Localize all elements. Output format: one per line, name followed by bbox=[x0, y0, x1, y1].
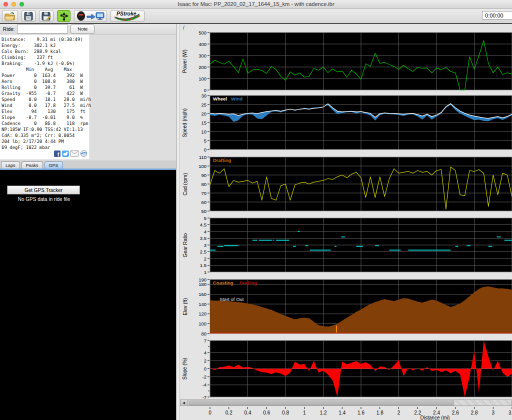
svg-text:300: 300 bbox=[198, 53, 206, 58]
svg-text:Drafting: Drafting bbox=[213, 158, 232, 163]
ride-name-input[interactable] bbox=[17, 24, 68, 34]
share-icons: f bbox=[54, 150, 88, 157]
svg-text:1: 1 bbox=[303, 410, 306, 416]
tab-bar: Laps Peaks GPS bbox=[0, 160, 177, 170]
svg-text:Coasting: Coasting bbox=[213, 280, 234, 286]
svg-text:4: 4 bbox=[204, 350, 206, 356]
svg-text:Wheel: Wheel bbox=[213, 96, 227, 102]
tab-gps[interactable]: GPS bbox=[44, 162, 63, 168]
window-controls bbox=[4, 2, 24, 6]
svg-text:-7: -7 bbox=[202, 394, 206, 400]
google-earth-icon[interactable] bbox=[80, 150, 88, 157]
svg-text:5: 5 bbox=[204, 216, 206, 221]
elevation-chart[interactable]: 80100120140160180190Start of OutCoasting… bbox=[187, 277, 512, 336]
pstroke-button[interactable]: PStroke bbox=[110, 10, 144, 22]
minimize-window-button[interactable] bbox=[12, 2, 16, 6]
svg-text:2: 2 bbox=[204, 256, 206, 262]
svg-text:120: 120 bbox=[198, 311, 206, 316]
svg-text:4.5: 4.5 bbox=[200, 222, 206, 228]
tab-peaks[interactable]: Peaks bbox=[22, 162, 43, 168]
slope-panel: Slope (%) -7-4-20247 bbox=[180, 338, 512, 400]
svg-text:0: 0 bbox=[204, 366, 206, 372]
svg-text:25: 25 bbox=[201, 102, 206, 108]
slope-chart[interactable]: -7-4-20247 bbox=[187, 338, 512, 400]
speed-chart[interactable]: 051015202530WheelWind bbox=[187, 93, 512, 152]
save-icon bbox=[24, 12, 34, 21]
svg-text:Distance (mi): Distance (mi) bbox=[420, 415, 450, 420]
svg-text:1.2: 1.2 bbox=[320, 410, 327, 416]
svg-text:3: 3 bbox=[492, 410, 494, 416]
svg-text:-4: -4 bbox=[202, 382, 206, 388]
save-button[interactable] bbox=[22, 10, 36, 22]
svg-text:f: f bbox=[58, 151, 60, 157]
sensor-to-computer-icon bbox=[76, 11, 105, 21]
usb-download-button[interactable] bbox=[57, 10, 70, 22]
svg-text:2.8: 2.8 bbox=[471, 410, 478, 416]
zoom-window-button[interactable] bbox=[20, 2, 24, 6]
ride-stats: Distance: 9.31 mi (0:30:49) Energy: 302.… bbox=[2, 36, 90, 150]
svg-text:2.5: 2.5 bbox=[200, 249, 206, 254]
svg-text:0.6: 0.6 bbox=[263, 410, 270, 416]
svg-text:0.2: 0.2 bbox=[226, 410, 232, 416]
svg-text:0.8: 0.8 bbox=[282, 410, 289, 416]
gps-panel: Get GPS Tracker No GPS data in ride file bbox=[0, 170, 176, 420]
svg-text:10: 10 bbox=[201, 129, 206, 134]
svg-text:100: 100 bbox=[198, 76, 206, 82]
email-icon[interactable] bbox=[70, 150, 78, 156]
svg-text:100: 100 bbox=[198, 321, 206, 326]
gear-ratio-panel: Gear Ratio 11.522.533.544.55 bbox=[180, 216, 512, 274]
speed-panel: Speed (mph) 051015202530WheelWind bbox=[180, 93, 512, 152]
svg-text:2: 2 bbox=[204, 358, 206, 364]
svg-text:Start of Out: Start of Out bbox=[220, 296, 244, 302]
svg-text:80: 80 bbox=[201, 331, 206, 336]
scroll-left-arrow-icon[interactable]: ◀ bbox=[180, 400, 188, 406]
note-button[interactable]: Note bbox=[70, 24, 94, 34]
svg-text:190: 190 bbox=[198, 277, 206, 282]
gear-ratio-chart[interactable]: 11.522.533.544.55 bbox=[187, 216, 512, 274]
svg-text:80: 80 bbox=[201, 182, 206, 187]
device-to-computer-button[interactable] bbox=[74, 10, 107, 22]
svg-text:15: 15 bbox=[201, 120, 206, 126]
svg-text:7: 7 bbox=[204, 338, 206, 344]
cadence-panel: Cad (rpm) 5060708090100110Drafting bbox=[180, 154, 512, 214]
svg-text:110: 110 bbox=[199, 154, 206, 160]
tab-laps[interactable]: Laps bbox=[1, 162, 20, 168]
svg-text:70: 70 bbox=[201, 190, 206, 196]
open-folder-icon bbox=[4, 12, 16, 21]
left-panel: Ride: Note Distance: 9.31 mi (0:30:49) E… bbox=[0, 24, 176, 420]
panel-divider[interactable] bbox=[176, 24, 180, 420]
ride-row: Ride: Note bbox=[0, 24, 176, 34]
close-window-button[interactable] bbox=[4, 2, 8, 6]
svg-text:0: 0 bbox=[204, 147, 206, 152]
chart-area: / Power (W) 0100200300400500 Speed (mph)… bbox=[180, 24, 512, 420]
power-chart[interactable]: 0100200300400500 bbox=[187, 30, 512, 92]
svg-text:60: 60 bbox=[201, 200, 206, 205]
save-as-button[interactable] bbox=[39, 10, 54, 22]
svg-text:100: 100 bbox=[198, 164, 206, 169]
ride-label: Ride: bbox=[3, 26, 14, 32]
get-gps-tracker-button[interactable]: Get GPS Tracker bbox=[7, 186, 80, 194]
scrollbar-track[interactable] bbox=[188, 400, 512, 406]
ride-timer-field[interactable]: 0:00:00 bbox=[482, 11, 512, 20]
scrollbar-thumb[interactable] bbox=[188, 400, 454, 406]
power-panel: Power (W) 0100200300400500 bbox=[180, 30, 512, 92]
horizontal-scrollbar[interactable]: ◀ bbox=[180, 400, 512, 406]
svg-text:3.2: 3.2 bbox=[508, 410, 512, 416]
svg-text:3.5: 3.5 bbox=[200, 236, 206, 241]
pstroke-icon: PStroke bbox=[112, 10, 142, 22]
facebook-icon[interactable]: f bbox=[54, 150, 60, 157]
svg-text:200: 200 bbox=[198, 64, 206, 70]
svg-text:4: 4 bbox=[204, 229, 206, 234]
svg-text:2: 2 bbox=[398, 410, 400, 416]
svg-text:160: 160 bbox=[198, 292, 206, 297]
ride-summary-box: Distance: 9.31 mi (0:30:49) Energy: 302.… bbox=[0, 34, 90, 160]
pstroke-label: PStroke bbox=[116, 10, 136, 16]
cadence-chart[interactable]: 5060708090100110Drafting bbox=[187, 154, 512, 214]
svg-text:140: 140 bbox=[198, 302, 206, 307]
twitter-icon[interactable] bbox=[62, 150, 69, 157]
svg-text:Wind: Wind bbox=[231, 96, 242, 102]
svg-text:-2: -2 bbox=[202, 374, 206, 380]
open-file-button[interactable] bbox=[2, 10, 18, 22]
toolbar: PStroke 0:00:00 bbox=[0, 9, 512, 24]
svg-text:0.4: 0.4 bbox=[244, 410, 252, 416]
